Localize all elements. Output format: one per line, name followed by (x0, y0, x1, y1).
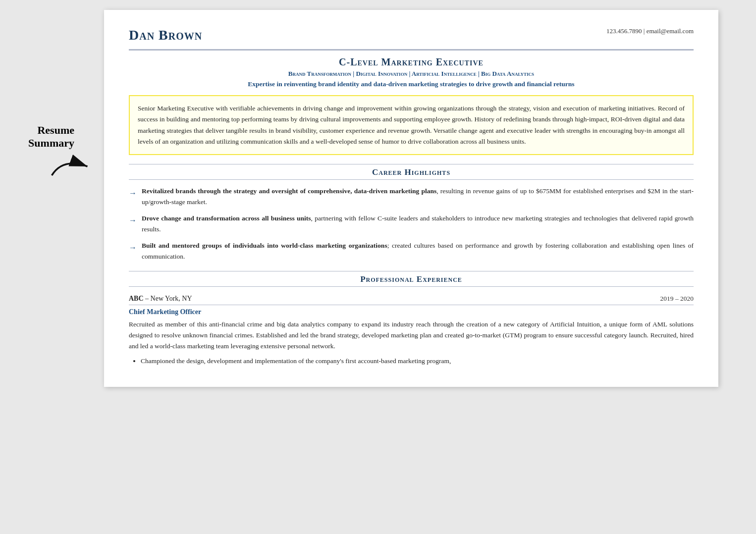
resume-document: Dan Brown 123.456.7890 | email@email.com… (104, 10, 718, 387)
divider-top (129, 164, 694, 164)
highlight-arrow-1: → (129, 187, 137, 200)
resume-summary-label: Resume Summary (28, 124, 74, 150)
job-dates: 2019 – 2020 (660, 295, 694, 303)
highlight-item-3: → Built and mentored groups of individua… (129, 240, 694, 262)
left-label-area: Resume Summary (0, 10, 79, 179)
resume-header: Dan Brown 123.456.7890 | email@email.com (129, 27, 694, 51)
job-entry-1: ABC – New York, NY 2019 – 2020 Chief Mar… (129, 294, 694, 367)
candidate-name: Dan Brown (129, 27, 202, 43)
company-name: ABC (129, 295, 144, 302)
highlight-text-3: Built and mentored groups of individuals… (142, 240, 694, 262)
specialties-line: Brand Transformation | Digital Innovatio… (129, 70, 694, 78)
expertise-line: Expertise in reinventing brand identity … (129, 80, 694, 88)
job-company: ABC – New York, NY (129, 294, 192, 303)
exp-divider-top (129, 271, 694, 271)
highlight-item-2: → Drove change and transformation across… (129, 213, 694, 234)
contact-info: 123.456.7890 | email@email.com (606, 27, 694, 35)
highlight-bold-2: Drove change and transformation across a… (142, 214, 311, 222)
divider-bottom (129, 179, 694, 180)
job-header-row: ABC – New York, NY 2019 – 2020 (129, 294, 694, 303)
exp-divider-bottom (129, 286, 694, 287)
career-highlights-title: Career Highlights (372, 167, 450, 177)
job-bullet-1: Championed the design, development and i… (141, 356, 694, 367)
summary-text: Senior Marketing Executive with verifiab… (138, 105, 685, 145)
job-bullets: Championed the design, development and i… (141, 356, 694, 367)
highlight-text-2: Drove change and transformation across a… (142, 213, 694, 234)
arrow-icon (50, 154, 94, 179)
job-description: Recruited as member of this anti-financi… (129, 319, 694, 352)
job-title-divider (129, 305, 694, 305)
highlight-bold-1: Revitalized brands through the strategy … (142, 187, 436, 195)
highlight-arrow-3: → (129, 241, 137, 254)
highlight-text-1: Revitalized brands through the strategy … (142, 186, 694, 207)
professional-experience-header: Professional Experience (129, 271, 694, 287)
company-suffix: – New York, NY (144, 295, 192, 302)
highlight-item-1: → Revitalized brands through the strateg… (129, 186, 694, 207)
highlight-bold-3: Built and mentored groups of individuals… (142, 242, 387, 249)
professional-experience-title: Professional Experience (360, 274, 462, 284)
highlight-arrow-2: → (129, 214, 137, 227)
page-wrapper: Resume Summary Dan Brown 123.456.7890 | … (0, 10, 756, 387)
job-title: C-Level Marketing Executive (129, 56, 694, 68)
career-highlights-header: Career Highlights (129, 164, 694, 180)
header-title-section: C-Level Marketing Executive Brand Transf… (129, 56, 694, 88)
job-title-label: Chief Marketing Officer (129, 308, 694, 316)
highlights-list: → Revitalized brands through the strateg… (129, 186, 694, 262)
summary-section: Senior Marketing Executive with verifiab… (129, 95, 694, 155)
